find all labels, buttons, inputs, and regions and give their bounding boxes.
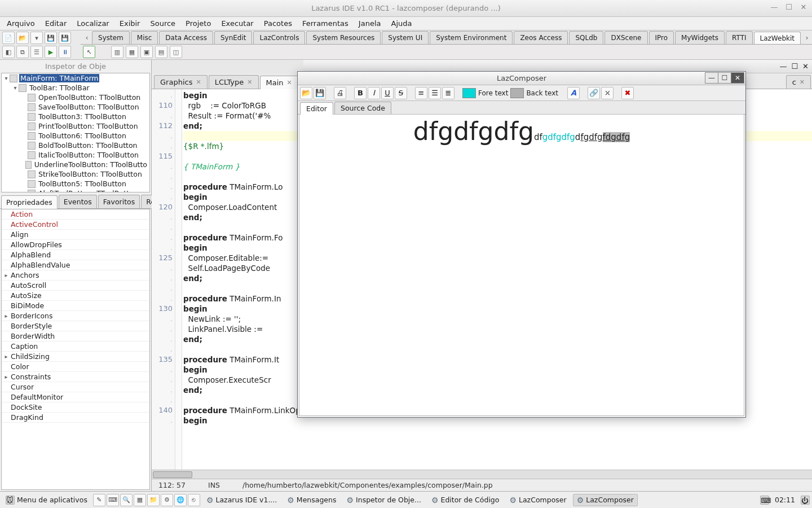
palette-tab-lazcontrols[interactable]: LazControls [253, 31, 305, 44]
property-row[interactable]: ▸Anchors [2, 270, 149, 281]
palette-tab-zeos-access[interactable]: Zeos Access [514, 31, 568, 44]
menu-pacotes[interactable]: Pacotes [259, 18, 297, 29]
menu-editar[interactable]: Editar [41, 18, 72, 29]
component-2-icon[interactable]: ▦ [126, 46, 138, 58]
palette-tab-sqldb[interactable]: SQLdb [569, 31, 603, 44]
tree-node[interactable]: AleftToolButton: TToolButton [2, 189, 149, 192]
tree-node[interactable]: OpenToolButton: TToolButton [2, 93, 149, 102]
property-row[interactable]: Color [2, 362, 149, 372]
tab-propriedades[interactable]: Propriedades [1, 195, 58, 209]
run-icon[interactable]: ▶ [45, 46, 57, 58]
tree-node[interactable]: ToolButton6: TToolButton [2, 131, 149, 141]
close-icon[interactable]: ✕ [287, 79, 292, 86]
underline-button[interactable]: U [381, 87, 394, 99]
font-icon[interactable]: A [567, 87, 580, 99]
close-icon[interactable]: ✕ [196, 78, 201, 86]
composer-canvas[interactable]: dfgdfgdfgdfgdfgdfgdfgdfgfdgdfg [299, 114, 744, 416]
property-row[interactable]: AutoScroll [2, 281, 149, 291]
editor-minimize-button[interactable]: — [779, 62, 787, 71]
back-color-swatch[interactable] [510, 88, 524, 98]
property-row[interactable]: DockSite [2, 402, 149, 413]
file-tab-lcltype[interactable]: LCLType✕ [209, 75, 259, 89]
property-row[interactable]: ActiveControl [2, 220, 149, 230]
window-minimize-button[interactable]: — [769, 3, 779, 13]
component-3-icon[interactable]: ▣ [140, 46, 153, 58]
search-launcher-icon[interactable]: 🔍 [120, 494, 133, 506]
menu-localizar[interactable]: Localizar [72, 18, 113, 29]
logout-launcher-icon[interactable]: ⎋ [188, 494, 200, 506]
palette-tab-lazwebkit[interactable]: LazWebkit [754, 32, 801, 45]
save-icon[interactable]: 💾 [45, 32, 57, 44]
composer-tab-editor[interactable]: Editor [300, 102, 333, 115]
window-maximize-button[interactable]: ☐ [784, 3, 794, 13]
palette-scroll-right-icon[interactable]: › [802, 30, 812, 44]
browser-launcher-icon[interactable]: 🌐 [174, 494, 187, 506]
palette-scroll-left-icon[interactable]: ‹ [82, 30, 92, 44]
align-right-icon[interactable]: ≣ [442, 87, 454, 99]
menu-arquivo[interactable]: Arquivo [2, 18, 39, 29]
component-5-icon[interactable]: ◫ [170, 46, 182, 58]
open-icon[interactable]: 📂 [300, 87, 312, 99]
composer-close-button[interactable]: ✕ [731, 72, 744, 84]
tree-node[interactable]: BoldToolButton: TToolButton [2, 141, 149, 150]
open-file-icon[interactable]: 📂 [16, 32, 29, 44]
tree-node[interactable]: ItalicToolButton: TToolButton [2, 150, 149, 160]
palette-tab-system[interactable]: System [92, 31, 130, 44]
property-row[interactable]: AutoSize [2, 291, 149, 301]
property-row[interactable]: AllowDropFiles [2, 240, 149, 250]
tray-keyboard-icon[interactable]: ⌨ [760, 496, 769, 505]
files-launcher-icon[interactable]: 📁 [147, 494, 160, 506]
new-file-icon[interactable]: 📄 [2, 32, 15, 44]
selected-text[interactable]: fdgdfg [603, 132, 630, 142]
component-4-icon[interactable]: ▤ [155, 46, 167, 58]
property-row[interactable]: ▸ChildSizing [2, 352, 149, 362]
tree-node[interactable]: PrintToolButton: TToolButton [2, 121, 149, 131]
task-lazcomposer-2[interactable]: ⚙LazComposer [573, 494, 638, 506]
file-tab-c[interactable]: c✕ [786, 75, 811, 89]
palette-tab-dxscene[interactable]: DXScene [604, 31, 647, 44]
task-inspetor[interactable]: ⚙Inspetor de Obje... [343, 494, 425, 506]
property-row[interactable]: ▸BorderIcons [2, 311, 149, 321]
property-row[interactable]: DragKind [2, 413, 149, 423]
task-lazcomposer-1[interactable]: ⚙LazComposer [505, 494, 570, 506]
property-row[interactable]: AlphaBlendValue [2, 260, 149, 270]
menu-exibir[interactable]: Exibir [115, 18, 145, 29]
palette-tab-system-resources[interactable]: System Resources [306, 31, 381, 44]
window-close-button[interactable]: ✕ [798, 3, 809, 13]
menu-projeto[interactable]: Projeto [181, 18, 215, 29]
palette-tab-mywidgets[interactable]: MyWidgets [675, 31, 725, 44]
property-row[interactable]: DefaultMonitor [2, 392, 149, 402]
rich-text-big[interactable]: dfgdfgdfg [413, 117, 534, 146]
tree-node[interactable]: ▾MainForm: TMainForm [2, 73, 149, 83]
tree-node[interactable]: UnderlineToolButton: TToolButto [2, 160, 149, 169]
property-row[interactable]: BorderWidth [2, 331, 149, 341]
print-icon[interactable]: 🖨 [334, 87, 346, 99]
tray-power-icon[interactable]: ⏻ [801, 496, 810, 505]
editor-maximize-button[interactable]: ☐ [791, 62, 798, 71]
palette-tab-misc[interactable]: Misc [131, 31, 158, 44]
component-tree[interactable]: ▾MainForm: TMainForm▾ToolBar: TToolBarOp… [1, 73, 150, 192]
file-tab-graphics[interactable]: Graphics✕ [154, 75, 208, 89]
palette-tab-data-access[interactable]: Data Access [159, 31, 213, 44]
terminal-launcher-icon[interactable]: ⌨ [107, 494, 119, 506]
unlink-icon[interactable]: ⤫ [601, 87, 614, 99]
palette-tab-system-ui[interactable]: System UI [382, 31, 429, 44]
save-icon[interactable]: 💾 [314, 87, 326, 99]
menu-ferramentas[interactable]: Ferramentas [298, 18, 353, 29]
close-icon[interactable]: ✕ [800, 78, 805, 86]
tree-node[interactable]: ▾ToolBar: TToolBar [2, 83, 149, 93]
new-form-icon[interactable]: ◧ [2, 46, 15, 58]
strike-button[interactable]: S [395, 87, 407, 99]
palette-tab-rtti[interactable]: RTTI [726, 31, 752, 44]
component-1-icon[interactable]: ▥ [111, 46, 123, 58]
lazcomposer-titlebar[interactable]: LazComposer — ☐ ✕ [298, 72, 745, 85]
editor-launcher-icon[interactable]: ✎ [93, 494, 105, 506]
view-units-icon[interactable]: ☰ [30, 46, 43, 58]
task-editor-codigo[interactable]: ⚙Editor de Código [427, 494, 504, 506]
menu-executar[interactable]: Executar [217, 18, 258, 29]
composer-tab-source[interactable]: Source Code [334, 102, 391, 114]
menu-janela[interactable]: Janela [354, 18, 386, 29]
property-row[interactable]: BorderStyle [2, 321, 149, 331]
settings-launcher-icon[interactable]: ⚙ [161, 494, 173, 506]
close-icon[interactable]: ✕ [247, 78, 252, 86]
